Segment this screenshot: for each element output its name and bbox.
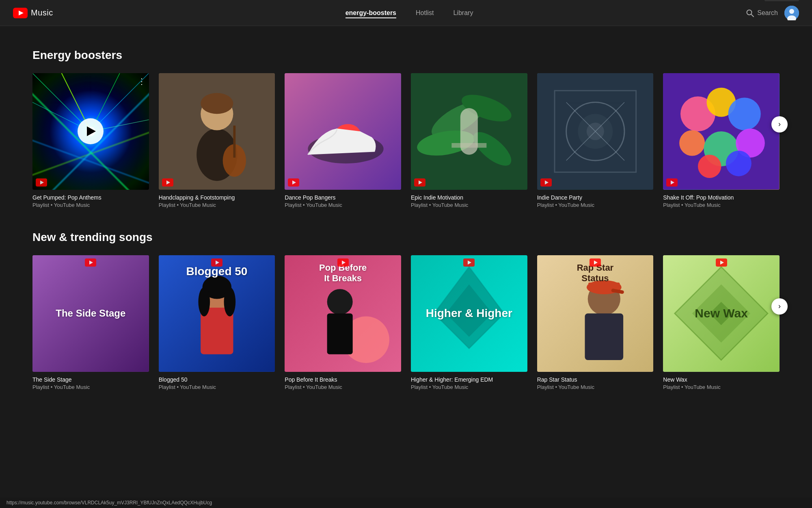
card-shake-it[interactable]: Shake It Off: Pop Motivation Playlist • … bbox=[663, 73, 780, 208]
header: Music energy-boosters Hotlist Library Se… bbox=[0, 0, 812, 26]
card-side-stage-subtitle: Playlist • YouTube Music bbox=[32, 384, 149, 390]
blogged50-text-label: Blogged 50 bbox=[159, 265, 275, 278]
card-side-stage-title: The Side Stage bbox=[32, 376, 149, 383]
card-get-pumped-play-button[interactable] bbox=[78, 118, 104, 144]
svg-point-55 bbox=[698, 155, 721, 178]
energy-boosters-next-button[interactable]: › bbox=[771, 116, 788, 132]
card-indie-dance-thumbnail bbox=[537, 73, 654, 190]
new-trending-next-button[interactable]: › bbox=[771, 298, 788, 315]
svg-rect-88 bbox=[585, 313, 623, 360]
svg-rect-36 bbox=[451, 143, 486, 148]
status-url: https://music.youtube.com/browse/VLRDCLA… bbox=[6, 500, 212, 506]
card-rap-star-thumbnail: Rap StarStatus bbox=[537, 255, 654, 372]
card-shake-it-subtitle: Playlist • YouTube Music bbox=[663, 202, 780, 208]
card-new-wax-thumbnail: New Wax bbox=[663, 255, 780, 372]
nav-home[interactable]: energy-boosters bbox=[346, 8, 396, 18]
svg-line-3 bbox=[751, 14, 754, 17]
handclapping-art bbox=[159, 73, 275, 190]
card-epic-indie-yt-icon bbox=[414, 178, 425, 187]
svg-point-74 bbox=[327, 289, 353, 315]
card-epic-indie-subtitle: Playlist • YouTube Music bbox=[411, 202, 527, 208]
card-blogged50-yt-icon bbox=[211, 258, 222, 267]
energy-boosters-section: Energy boosters bbox=[32, 49, 780, 208]
card-pop-before-yt-icon bbox=[337, 258, 349, 267]
logo[interactable]: Music bbox=[13, 8, 53, 18]
card-new-wax-info: New Wax Playlist • YouTube Music bbox=[663, 376, 780, 390]
search-container[interactable]: Search bbox=[746, 9, 778, 17]
svg-rect-75 bbox=[327, 313, 353, 354]
indie-dance-art bbox=[537, 73, 654, 190]
card-dance-pop-title: Dance Pop Bangers bbox=[285, 194, 401, 201]
card-handclapping-info: Handclapping & Footstomping Playlist • Y… bbox=[159, 194, 275, 208]
card-dance-pop[interactable]: Dance Pop Bangers Playlist • YouTube Mus… bbox=[285, 73, 401, 208]
card-dance-pop-subtitle: Playlist • YouTube Music bbox=[285, 202, 401, 208]
search-label: Search bbox=[757, 9, 778, 17]
user-avatar[interactable] bbox=[784, 6, 799, 20]
play-triangle bbox=[87, 126, 96, 136]
card-pop-before-info: Pop Before It Breaks Playlist • YouTube … bbox=[285, 376, 401, 390]
card-get-pumped[interactable]: ⋮ Get Pumped: Pop Anthems Playlist • You… bbox=[32, 73, 149, 208]
card-higher[interactable]: Higher & Higher Higher & Higher: Emergin… bbox=[411, 255, 527, 390]
early-access-badge: EARLY ACCESS bbox=[764, 0, 799, 1]
card-indie-dance-title: Indie Dance Party bbox=[537, 194, 654, 201]
svg-point-5 bbox=[789, 9, 794, 14]
card-indie-dance-subtitle: Playlist • YouTube Music bbox=[537, 202, 654, 208]
higher-text-label: Higher & Higher bbox=[411, 255, 527, 372]
card-indie-dance-yt-icon bbox=[540, 178, 552, 187]
svg-point-56 bbox=[726, 151, 752, 176]
energy-boosters-title: Energy boosters bbox=[32, 49, 780, 62]
nav-hotlist[interactable]: Hotlist bbox=[416, 8, 434, 18]
svg-rect-22 bbox=[233, 126, 235, 158]
card-shake-it-info: Shake It Off: Pop Motivation Playlist • … bbox=[663, 194, 780, 208]
card-blogged50-thumbnail: Blogged 50 bbox=[159, 255, 275, 372]
card-side-stage[interactable]: The Side Stage The Side Stage Playlist •… bbox=[32, 255, 149, 390]
card-blogged50-title: Blogged 50 bbox=[159, 376, 275, 383]
card-epic-indie-info: Epic Indie Motivation Playlist • YouTube… bbox=[411, 194, 527, 208]
card-blogged50-subtitle: Playlist • YouTube Music bbox=[159, 384, 275, 390]
card-pop-before-thumbnail: Pop BeforeIt Breaks bbox=[285, 255, 401, 372]
card-epic-indie-thumbnail bbox=[411, 73, 527, 190]
card-blogged50[interactable]: Blogged 50 Blogged 50 Playlist • YouTube… bbox=[159, 255, 275, 390]
card-indie-dance[interactable]: Indie Dance Party Playlist • YouTube Mus… bbox=[537, 73, 654, 208]
svg-point-20 bbox=[201, 93, 233, 114]
card-higher-info: Higher & Higher: Emerging EDM Playlist •… bbox=[411, 376, 527, 390]
card-side-stage-yt-icon bbox=[85, 258, 96, 267]
card-pop-before-title: Pop Before It Breaks bbox=[285, 376, 401, 383]
main-nav: energy-boosters Hotlist Library bbox=[73, 8, 746, 18]
card-handclapping-title: Handclapping & Footstomping bbox=[159, 194, 275, 201]
new-wax-text-label: New Wax bbox=[663, 255, 780, 372]
card-new-wax-title: New Wax bbox=[663, 376, 780, 383]
search-icon bbox=[746, 9, 754, 17]
card-get-pumped-more[interactable]: ⋮ bbox=[138, 76, 146, 86]
card-epic-indie-title: Epic Indie Motivation bbox=[411, 194, 527, 201]
new-trending-section: New & trending songs bbox=[32, 231, 780, 390]
energy-boosters-cards-wrapper: ⋮ Get Pumped: Pop Anthems Playlist • You… bbox=[32, 73, 780, 208]
card-handclapping-yt-icon bbox=[162, 178, 173, 187]
card-pop-before[interactable]: Pop BeforeIt Breaks Pop Before It Breaks… bbox=[285, 255, 401, 390]
card-handclapping[interactable]: Handclapping & Footstomping Playlist • Y… bbox=[159, 73, 275, 208]
nav-library[interactable]: Library bbox=[453, 8, 473, 18]
card-rap-star[interactable]: Rap StarStatus Rap Star Status Playlist … bbox=[537, 255, 654, 390]
card-side-stage-info: The Side Stage Playlist • YouTube Music bbox=[32, 376, 149, 390]
status-bar: https://music.youtube.com/browse/VLRDCLA… bbox=[0, 497, 812, 508]
shake-it-art bbox=[663, 73, 780, 190]
card-pop-before-subtitle: Playlist • YouTube Music bbox=[285, 384, 401, 390]
card-new-wax-subtitle: Playlist • YouTube Music bbox=[663, 384, 780, 390]
card-dance-pop-thumbnail bbox=[285, 73, 401, 190]
avatar-icon bbox=[784, 6, 799, 20]
card-side-stage-label: The Side Stage bbox=[32, 255, 149, 372]
card-epic-indie[interactable]: Epic Indie Motivation Playlist • YouTube… bbox=[411, 73, 527, 208]
card-get-pumped-thumbnail: ⋮ bbox=[32, 73, 149, 190]
card-handclapping-subtitle: Playlist • YouTube Music bbox=[159, 202, 275, 208]
svg-point-68 bbox=[198, 287, 210, 317]
card-get-pumped-subtitle: Playlist • YouTube Music bbox=[32, 202, 149, 208]
card-dance-pop-yt-icon bbox=[288, 178, 299, 187]
card-rap-star-info: Rap Star Status Playlist • YouTube Music bbox=[537, 376, 654, 390]
card-rap-star-yt-icon bbox=[590, 258, 601, 267]
card-new-wax[interactable]: New Wax New Wax Playlist • YouTube Music bbox=[663, 255, 780, 390]
card-get-pumped-yt-icon bbox=[36, 178, 47, 187]
dance-pop-art bbox=[285, 73, 401, 190]
energy-boosters-cards-row: ⋮ Get Pumped: Pop Anthems Playlist • You… bbox=[32, 73, 780, 208]
card-shake-it-yt-icon bbox=[666, 178, 678, 187]
main-content: Energy boosters bbox=[0, 0, 812, 423]
